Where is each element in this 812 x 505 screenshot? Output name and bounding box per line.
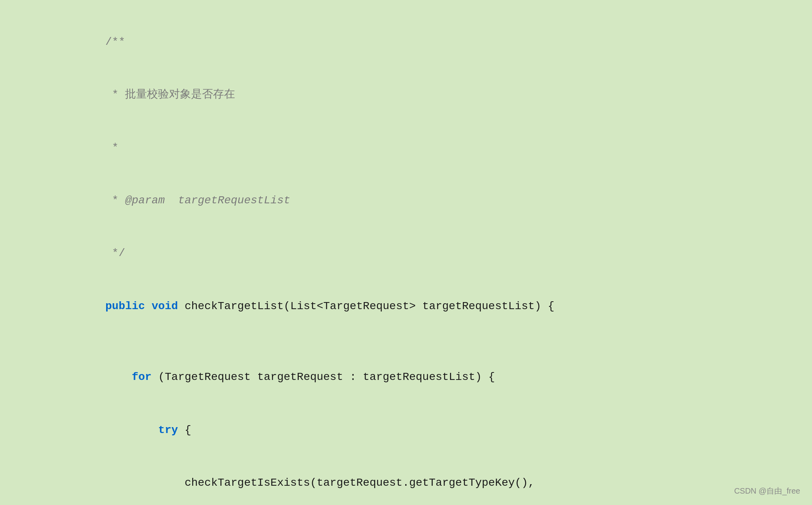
comment-param-star: * xyxy=(79,194,125,206)
code-content xyxy=(39,333,788,350)
code-content: checkTargetIsExists(targetRequest.getTar… xyxy=(39,457,788,505)
brace-open: { xyxy=(185,424,191,436)
keyword-for: for xyxy=(79,371,158,383)
comment-star: * xyxy=(79,142,119,154)
code-content: * 批量校验对象是否存在 xyxy=(39,68,788,121)
code-content: /** xyxy=(39,16,788,68)
watermark: CSDN @自由_free xyxy=(734,485,800,497)
code-content: * xyxy=(39,122,788,174)
comment-param-tag: @param targetRequestList xyxy=(125,194,290,206)
code-line-blank xyxy=(24,333,788,351)
comment-text: * 批量校验对象是否存在 xyxy=(79,88,235,101)
keyword-void: void xyxy=(152,300,185,312)
code-content: for (TargetRequest targetRequest : targe… xyxy=(39,351,788,404)
comment-open: /** xyxy=(79,36,125,48)
code-line: for (TargetRequest targetRequest : targe… xyxy=(24,351,788,404)
code-line: * 批量校验对象是否存在 xyxy=(24,68,788,121)
method-call-1: checkTargetIsExists(targetRequest.getTar… xyxy=(79,477,535,489)
code-content: try { xyxy=(39,404,788,457)
method-name: checkTargetList(List<TargetRequest> targ… xyxy=(185,300,555,312)
code-line: * xyxy=(24,122,788,174)
code-line: public void checkTargetList(List<TargetR… xyxy=(24,280,788,333)
code-content: * @param targetRequestList xyxy=(39,174,788,227)
code-content: */ xyxy=(39,227,788,280)
code-line: checkTargetIsExists(targetRequest.getTar… xyxy=(24,457,788,505)
code-container: /** * 批量校验对象是否存在 * * @param targetReques… xyxy=(24,16,788,505)
code-line: try { xyxy=(24,404,788,457)
keyword-try: try xyxy=(79,424,185,436)
code-line: * @param targetRequestList xyxy=(24,174,788,227)
code-line: /** xyxy=(24,16,788,68)
keyword-public: public xyxy=(79,300,152,312)
code-line: */ xyxy=(24,227,788,280)
for-content: (TargetRequest targetRequest : targetReq… xyxy=(158,371,495,383)
code-content: public void checkTargetList(List<TargetR… xyxy=(39,280,788,333)
comment-close: */ xyxy=(79,247,125,259)
